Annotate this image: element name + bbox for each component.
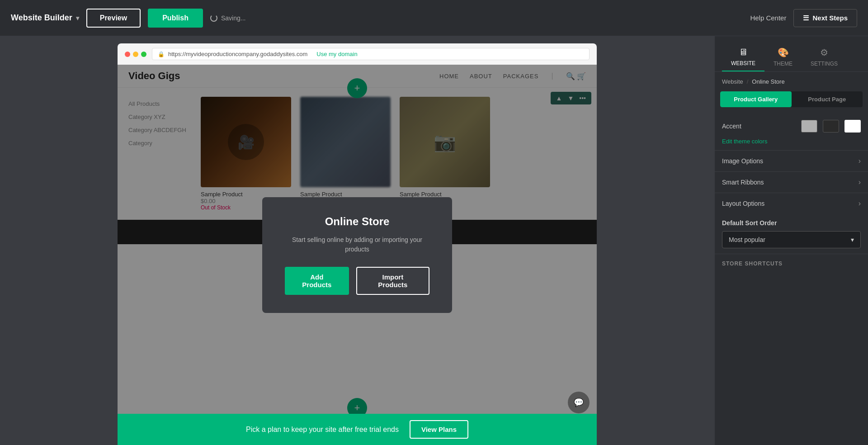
- sort-order-chevron-icon: ▾: [851, 236, 854, 243]
- modal-overlay: Online Store Start selling online by add…: [118, 65, 597, 445]
- breadcrumb-separator: /: [747, 78, 749, 85]
- settings-icon: ⚙: [820, 47, 828, 58]
- view-plans-button[interactable]: View Plans: [410, 420, 468, 439]
- section-tab-product-gallery[interactable]: Product Gallery: [720, 91, 792, 107]
- dot-red: [125, 52, 130, 57]
- add-products-button[interactable]: Add Products: [285, 267, 349, 295]
- accent-label: Accent: [722, 123, 796, 130]
- image-options-row[interactable]: Image Options ›: [715, 150, 868, 171]
- sort-order-section: Default Sort Order Most popular ▾: [715, 214, 868, 254]
- lock-icon: 🔒: [158, 51, 165, 57]
- website-icon: 🖥: [739, 47, 748, 57]
- next-steps-label: Next Steps: [812, 14, 848, 22]
- online-store-modal: Online Store Start selling online by add…: [262, 197, 452, 313]
- panel-top-tabs: 🖥 WEBSITE 🎨 THEME ⚙ SETTINGS: [715, 36, 868, 72]
- browser-chrome: 🔒 https://myvideoproductioncompany.godad…: [118, 43, 597, 65]
- modal-buttons: Add Products Import Products: [285, 267, 429, 295]
- canvas-area: 🔒 https://myvideoproductioncompany.godad…: [0, 36, 714, 445]
- tab-theme[interactable]: 🎨 THEME: [764, 43, 802, 71]
- layout-options-label: Layout Options: [722, 200, 859, 207]
- tab-settings[interactable]: ⚙ SETTINGS: [802, 43, 847, 71]
- section-tab-product-page[interactable]: Product Page: [792, 91, 863, 107]
- publish-button[interactable]: Publish: [148, 9, 203, 28]
- image-options-label: Image Options: [722, 157, 859, 165]
- tab-website[interactable]: 🖥 WEBSITE: [722, 43, 764, 71]
- store-shortcuts-label: STORE SHORTCUTS: [715, 254, 868, 270]
- sort-order-value: Most popular: [729, 236, 765, 243]
- website-preview: Video Gigs HOME ABOUT PACKAGES | 🔍 🛒 ▲ ▼…: [118, 65, 597, 445]
- color-swatch-white[interactable]: [844, 120, 861, 133]
- main-layout: 🔒 https://myvideoproductioncompany.godad…: [0, 36, 868, 445]
- layout-options-chevron-icon: ›: [859, 199, 861, 208]
- color-swatch-gray[interactable]: [801, 120, 817, 133]
- next-steps-button[interactable]: ☰ Next Steps: [793, 9, 857, 27]
- modal-description: Start selling online by adding or import…: [285, 235, 429, 254]
- breadcrumb-current: Online Store: [752, 78, 784, 85]
- panel-section-tabs: Product Gallery Product Page: [720, 91, 863, 107]
- next-steps-icon: ☰: [803, 14, 809, 22]
- saving-indicator: Saving...: [210, 14, 245, 22]
- sort-order-select[interactable]: Most popular ▾: [722, 231, 861, 248]
- brand-chevron-icon: ▾: [76, 14, 79, 22]
- brand-logo[interactable]: Website Builder ▾: [11, 13, 79, 23]
- chat-button[interactable]: 💬: [568, 392, 590, 413]
- modal-title: Online Store: [285, 215, 429, 228]
- tab-settings-label: SETTINGS: [811, 61, 838, 67]
- help-center-link[interactable]: Help Center: [750, 14, 786, 22]
- smart-ribbons-row[interactable]: Smart Ribbons ›: [715, 171, 868, 193]
- smart-ribbons-chevron-icon: ›: [859, 178, 861, 186]
- browser-dots: [125, 52, 146, 57]
- address-bar[interactable]: 🔒 https://myvideoproductioncompany.godad…: [152, 48, 590, 60]
- color-swatch-dark[interactable]: [823, 120, 839, 133]
- bottom-banner: Pick a plan to keep your site after free…: [118, 414, 597, 445]
- brand-name: Website Builder: [11, 13, 72, 23]
- theme-icon: 🎨: [778, 47, 789, 58]
- breadcrumb: Website / Online Store: [715, 72, 868, 91]
- saving-label: Saving...: [221, 14, 245, 22]
- right-panel: 🖥 WEBSITE 🎨 THEME ⚙ SETTINGS Website / O…: [714, 36, 868, 445]
- layout-options-row[interactable]: Layout Options ›: [715, 193, 868, 214]
- dot-yellow: [133, 52, 138, 57]
- sort-order-label: Default Sort Order: [722, 219, 861, 227]
- url-text: https://myvideoproductioncompany.godaddy…: [168, 51, 307, 57]
- banner-text: Pick a plan to keep your site after free…: [246, 426, 399, 434]
- tab-theme-label: THEME: [774, 61, 793, 67]
- smart-ribbons-label: Smart Ribbons: [722, 179, 859, 186]
- saving-spinner-icon: [210, 14, 217, 22]
- import-products-button[interactable]: Import Products: [356, 267, 429, 295]
- top-bar: Website Builder ▾ Preview Publish Saving…: [0, 0, 868, 36]
- use-domain-link[interactable]: Use my domain: [316, 51, 357, 57]
- dot-green: [141, 52, 146, 57]
- edit-theme-link[interactable]: Edit theme colors: [715, 138, 868, 150]
- image-options-chevron-icon: ›: [859, 157, 861, 165]
- preview-button[interactable]: Preview: [86, 9, 141, 28]
- tab-website-label: WEBSITE: [731, 60, 755, 66]
- accent-row: Accent: [715, 114, 868, 138]
- breadcrumb-root[interactable]: Website: [722, 78, 743, 85]
